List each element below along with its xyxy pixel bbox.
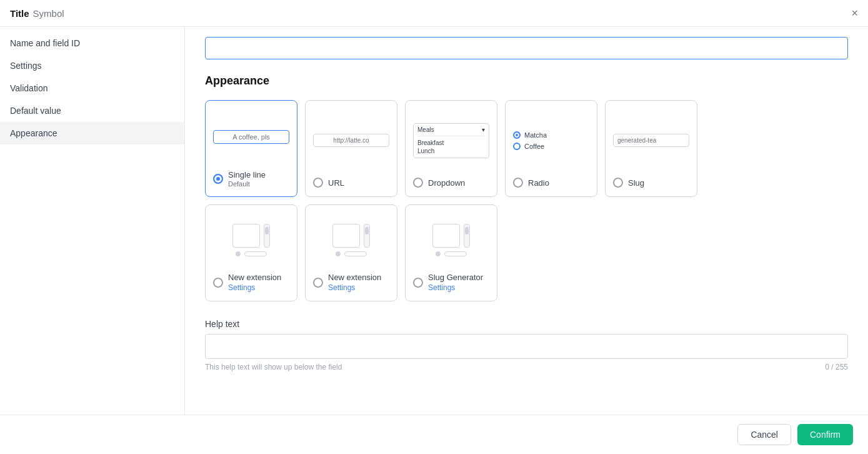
ext2-scroll [364, 224, 370, 248]
card-dropdown-preview: Meals ▾ Breakfast Lunch [413, 111, 489, 170]
help-text-counter: 0 / 255 [825, 363, 848, 371]
card-url-label: URL [328, 178, 344, 188]
sidebar-item-default-value[interactable]: Default value [0, 99, 184, 122]
sidebar-item-settings[interactable]: Settings [0, 54, 184, 77]
card-slug-gen-radio-row: Slug Generator Settings [413, 273, 489, 292]
appearance-cards-row1: A coffee, pls Single line Default http:/… [205, 100, 848, 197]
cancel-button[interactable]: Cancel [737, 424, 791, 445]
close-button[interactable]: × [851, 8, 858, 19]
card-new-extension-1[interactable]: New extension Settings [205, 204, 297, 301]
card-url[interactable]: http://latte.co URL [305, 100, 397, 197]
modal-body: Name and field ID Settings Validation De… [0, 27, 868, 415]
card-dropdown-radio-row: Dropdown [413, 178, 489, 188]
ext2-bottom-row [336, 251, 367, 256]
card-dropdown-radio [413, 178, 423, 188]
ext1-scroll [264, 224, 270, 248]
content-area: Appearance A coffee, pls Single line Def… [185, 27, 868, 415]
ext2-top-row [332, 224, 370, 248]
slug-gen-extension-preview [413, 224, 489, 256]
ext1-scroll-thumb [265, 227, 269, 235]
radio-item-matcha: Matcha [513, 131, 589, 139]
card-slug-gen-settings[interactable]: Settings [428, 283, 483, 292]
ext1-bottom-row [236, 251, 267, 256]
modal-title: Title [10, 8, 29, 19]
card-slug-preview: generated-tea [613, 111, 689, 170]
top-bar [205, 27, 848, 74]
confirm-button[interactable]: Confirm [797, 424, 853, 445]
card-url-radio-row: URL [313, 178, 389, 188]
card-url-radio [313, 178, 323, 188]
card-ext2-radio-row: New extension Settings [313, 273, 389, 292]
slug-preview-input: generated-tea [613, 134, 689, 147]
card-slug-label: Slug [628, 178, 644, 188]
radio-dot-coffee [513, 143, 521, 150]
card-slug-gen-radio [413, 278, 423, 288]
card-ext2-settings[interactable]: Settings [328, 283, 381, 292]
appearance-title: Appearance [205, 74, 848, 88]
help-text-input[interactable] [205, 334, 848, 359]
card-ext1-preview [213, 215, 289, 265]
card-ext2-radio [313, 278, 323, 288]
help-text-label: Help text [205, 319, 848, 329]
card-dropdown[interactable]: Meals ▾ Breakfast Lunch Dropdown [405, 100, 497, 197]
modal-header: Title Symbol × [0, 0, 868, 27]
ext1-extension-preview [213, 224, 289, 256]
slug-gen-scroll-thumb [465, 227, 469, 235]
ext2-scroll-thumb [365, 227, 369, 235]
dropdown-header-text: Meals [417, 126, 434, 133]
ext1-box [232, 224, 260, 248]
sidebar-item-name-and-field-id[interactable]: Name and field ID [0, 32, 184, 54]
slug-gen-bar [444, 251, 467, 256]
ext2-extension-preview [313, 224, 389, 256]
card-slug-radio [613, 178, 623, 188]
radio-item-coffee: Coffee [513, 143, 589, 150]
card-ext1-radio-row: New extension Settings [213, 273, 289, 292]
card-slug-radio-row: Slug [613, 178, 689, 188]
card-single-line-label: Single line [228, 170, 266, 179]
appearance-cards-row2: New extension Settings [205, 204, 848, 301]
card-single-line-preview: A coffee, pls [213, 111, 289, 163]
dropdown-preview: Meals ▾ Breakfast Lunch [413, 123, 489, 158]
card-ext1-settings[interactable]: Settings [228, 283, 281, 292]
card-slug-generator[interactable]: Slug Generator Settings [405, 204, 497, 301]
card-single-line[interactable]: A coffee, pls Single line Default [205, 100, 297, 197]
ext1-dot [236, 251, 241, 256]
modal-footer: Cancel Confirm [0, 415, 868, 454]
ext2-box [332, 224, 360, 248]
card-radio-preview: Matcha Coffee [513, 111, 589, 170]
help-text-hint-text: This help text will show up below the fi… [205, 363, 342, 371]
card-radio-radio-row: Radio [513, 178, 589, 188]
radio-label-coffee: Coffee [524, 143, 544, 150]
card-new-extension-2[interactable]: New extension Settings [305, 204, 397, 301]
help-text-hint: This help text will show up below the fi… [205, 363, 848, 371]
card-radio-radio [513, 178, 523, 188]
card-ext1-label: New extension [228, 273, 281, 282]
ext2-dot [336, 251, 341, 256]
slug-gen-dot [436, 251, 441, 256]
radio-group-preview: Matcha Coffee [513, 131, 589, 150]
ext1-top-row [232, 224, 270, 248]
dropdown-arrow-icon: ▾ [482, 126, 485, 133]
card-slug-gen-preview [413, 215, 489, 265]
card-single-line-radio [213, 174, 223, 184]
url-preview-input: http://latte.co [313, 134, 389, 147]
radio-dot-matcha [513, 131, 521, 139]
slug-gen-scroll [464, 224, 470, 248]
top-input[interactable] [205, 37, 848, 59]
card-ext2-label: New extension [328, 273, 381, 282]
card-ext2-preview [313, 215, 389, 265]
dropdown-option-lunch: Lunch [417, 147, 485, 155]
help-text-section: Help text This help text will show up be… [205, 319, 848, 371]
ext2-bar [344, 251, 367, 256]
sidebar-item-validation[interactable]: Validation [0, 77, 184, 99]
card-radio[interactable]: Matcha Coffee Radio [505, 100, 597, 197]
sidebar: Name and field ID Settings Validation De… [0, 27, 185, 415]
modal-subtitle: Symbol [33, 8, 64, 19]
sidebar-item-appearance[interactable]: Appearance [0, 122, 184, 144]
card-url-preview: http://latte.co [313, 111, 389, 170]
slug-gen-top-row [432, 224, 470, 248]
dropdown-option-breakfast: Breakfast [417, 139, 485, 147]
card-single-line-radio-row: Single line Default [213, 170, 289, 188]
card-slug[interactable]: generated-tea Slug [605, 100, 697, 197]
slug-gen-bottom-row [436, 251, 467, 256]
